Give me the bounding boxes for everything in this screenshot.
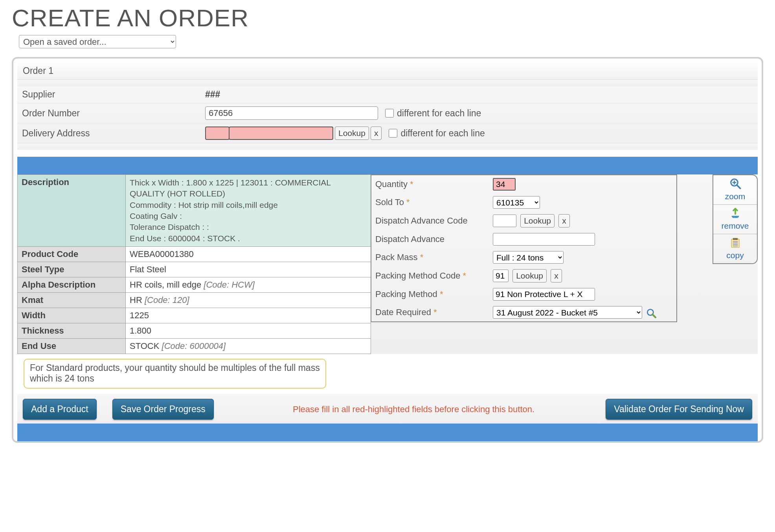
enduse-value: STOCK [Code: 6000004] [126,339,371,354]
order-number-label: Order Number [20,108,205,119]
delivery-name-input[interactable] [229,127,333,140]
spacer [17,80,758,86]
pmc-clear-button[interactable]: x [551,269,562,283]
delivery-code-input[interactable] [205,127,230,140]
soldto-label: Sold To [375,197,406,207]
da-label: Dispatch Advance [371,230,489,248]
supplier-label: Supplier [20,89,205,100]
pm-input[interactable] [493,288,595,301]
pmc-lookup-button[interactable]: Lookup [512,269,547,283]
product-details-table: Description Thick x Width : 1.800 x 1225… [17,174,371,354]
copy-icon [729,237,742,248]
packmass-select[interactable]: Full : 24 tons [493,251,564,264]
thickness-value: 1.800 [126,323,371,339]
steel-type-label: Steel Type [18,262,126,277]
delivery-lookup-button[interactable]: Lookup [335,127,369,140]
supplier-value: ### [205,89,220,100]
width-value: 1225 [126,308,371,323]
alpha-value: HR coils, mill edge [Code: HCW] [126,277,371,293]
spacer [17,143,758,150]
da-input[interactable] [493,233,595,246]
line-entry-table: Quantity * Sold To * 610135 Dispatch Adv… [371,174,677,322]
validate-warning-text: Please fill in all red-highlighted field… [293,404,534,415]
copy-action[interactable]: copy [713,234,757,263]
order-number-diff-label: different for each line [397,108,481,119]
steel-type-value: Flat Steel [126,262,371,277]
order-number-input[interactable] [205,106,378,120]
page-title: CREATE AN ORDER [12,4,763,32]
date-required-select[interactable]: 31 August 2022 - Bucket #5 [493,306,642,319]
zoom-in-icon [729,178,742,189]
save-progress-button[interactable]: Save Order Progress [112,399,214,420]
description-value: Thick x Width : 1.800 x 1225 | 123011 : … [126,175,371,247]
enduse-label: End Use [18,339,126,354]
svg-line-5 [736,185,740,189]
order-number-diff-checkbox[interactable] [385,109,394,117]
line-actions: zoom remove copy [713,174,758,264]
svg-line-1 [652,314,656,317]
width-label: Width [18,308,126,323]
blue-bar-top [17,157,758,174]
pm-label: Packing Method [375,289,440,299]
dac-input[interactable] [493,215,516,227]
blue-bar-bottom [17,424,758,441]
zoom-action[interactable]: zoom [713,175,757,205]
product-code-label: Product Code [18,247,126,262]
delivery-diff-label: different for each line [400,128,485,139]
order-panel: Order 1 Supplier ### Order Number differ… [12,57,763,443]
thickness-label: Thickness [18,323,126,339]
dac-clear-button[interactable]: x [558,214,570,227]
validate-order-button[interactable]: Validate Order For Sending Now [606,399,752,420]
order-tab[interactable]: Order 1 [17,62,758,80]
dac-lookup-button[interactable]: Lookup [520,214,555,227]
date-label: Date Required [375,307,433,317]
add-product-button[interactable]: Add a Product [23,399,97,420]
magnifier-icon[interactable] [646,308,656,318]
pmc-label: Packing Method Code [375,271,463,281]
quantity-input[interactable] [493,178,516,191]
remove-icon [729,207,742,219]
description-label: Description [18,175,126,247]
packmass-label: Pack Mass [375,252,420,262]
kmat-value: HR [Code: 120] [126,293,371,308]
quantity-label: Quantity [375,179,410,189]
open-saved-order-select[interactable]: Open a saved order... [19,35,176,48]
dac-label: Dispatch Advance Code [371,211,489,230]
kmat-label: Kmat [18,293,126,308]
delivery-label: Delivery Address [20,128,205,139]
product-code-value: WEBA00001380 [126,247,371,262]
remove-action[interactable]: remove [713,205,757,234]
svg-rect-12 [733,238,738,240]
quantity-warning-callout: For Standard products, your quantity sho… [24,359,326,389]
soldto-select[interactable]: 610135 [493,196,540,209]
delivery-diff-checkbox[interactable] [389,129,397,138]
pmc-input[interactable] [493,270,509,282]
alpha-label: Alpha Description [18,277,126,293]
delivery-clear-button[interactable]: x [371,127,382,140]
